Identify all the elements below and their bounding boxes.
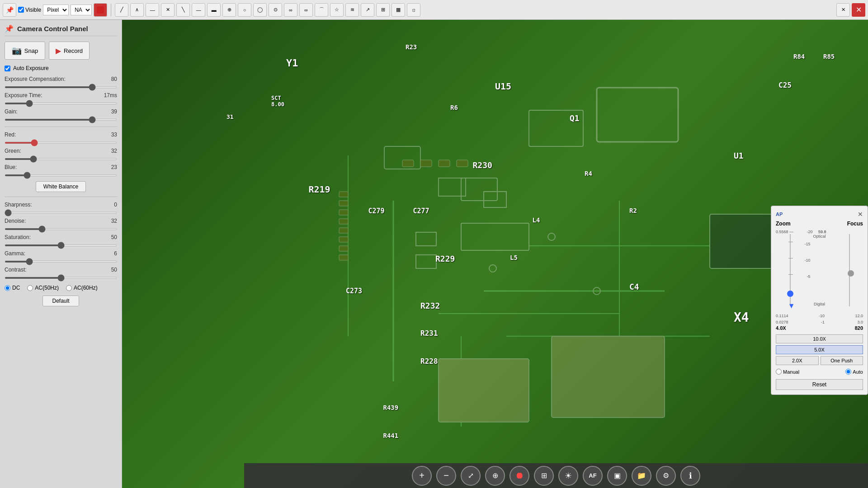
current-vals: 4.0X 820 (776, 325, 863, 331)
ellipse-tool-btn[interactable]: ◯ (253, 3, 267, 17)
svg-rect-17 (461, 178, 497, 201)
tick-label-10: -10 (804, 258, 810, 263)
denoise-slider[interactable] (5, 228, 117, 230)
pin-button[interactable]: 📌 (3, 3, 16, 17)
preset-10x-btn[interactable]: 10.0X (776, 334, 863, 343)
arc-tool-btn[interactable]: ⌒ (315, 3, 328, 17)
chain2-tool-btn[interactable]: ∞ (299, 3, 313, 17)
label-digital: Digital (814, 302, 825, 306)
record-btn[interactable]: ⏺ (509, 466, 529, 486)
preset-2x-btn[interactable]: 2.0X (776, 356, 819, 365)
contrast-slider[interactable] (5, 277, 117, 279)
arrow-tool-btn[interactable]: ↗ (361, 3, 374, 17)
pin-icon[interactable]: 📌 (5, 24, 14, 33)
compare-btn[interactable]: ▣ (607, 466, 627, 486)
settings-btn[interactable]: ⚙ (656, 466, 676, 486)
focus-scale-col (829, 230, 863, 311)
frequency-group: DC AC(50Hz) AC(60Hz) (5, 285, 117, 291)
saturation-slider[interactable] (5, 244, 117, 246)
dc-option[interactable]: DC (5, 285, 20, 291)
blue-slider[interactable] (5, 174, 117, 176)
manual-option[interactable]: Manual (776, 369, 799, 375)
exposure-time-row: Exposure Time: 17ms (5, 92, 117, 106)
chain-tool-btn[interactable]: ∞ (284, 3, 297, 17)
grid-tool-btn[interactable]: ⊞ (376, 3, 390, 17)
na-select[interactable]: NA (71, 5, 92, 15)
wave-tool-btn[interactable]: ≋ (345, 3, 359, 17)
label-optical: Optical (813, 234, 826, 239)
zoom-out-btn[interactable]: − (436, 466, 456, 486)
visible-checkbox[interactable] (18, 7, 24, 13)
tick-label-5: -5 (807, 274, 810, 279)
star-tool-btn[interactable]: ☆ (330, 3, 344, 17)
sharpness-slider[interactable] (5, 212, 117, 214)
diag-tool-btn[interactable]: ╲ (176, 3, 190, 17)
default-button[interactable]: Default (42, 296, 79, 306)
reset-btn[interactable]: Reset (776, 379, 863, 390)
brightness-btn[interactable]: ☀ (558, 466, 578, 486)
record-button[interactable]: ▶ Record (49, 42, 90, 60)
line-h-tool-btn[interactable]: — (146, 3, 159, 17)
af-btn[interactable]: AF (583, 466, 603, 486)
snap-button[interactable]: 📷 Snap (5, 42, 45, 60)
gain-value: 39 (104, 108, 117, 115)
folder-btn[interactable]: 📁 (632, 466, 651, 486)
optical-val: 0.1114 (776, 314, 788, 318)
white-balance-button[interactable]: White Balance (36, 181, 86, 192)
circle-tool-btn[interactable]: ○ (238, 3, 251, 17)
delete-tool-btn[interactable]: ⎅ (407, 3, 420, 17)
pixel-select[interactable]: Pixel (43, 5, 69, 15)
color-picker-btn[interactable] (94, 3, 107, 17)
current-focus: 820 (855, 325, 863, 331)
divider-2 (5, 197, 117, 197)
grid-btn[interactable]: ⊞ (534, 466, 554, 486)
svg-rect-15 (416, 255, 436, 268)
pcb-label-c279: C279 (368, 207, 385, 215)
ac60-radio[interactable] (66, 285, 72, 291)
auto-radio[interactable] (845, 369, 851, 375)
manual-radio[interactable] (776, 369, 782, 375)
ac60-label: AC(60Hz) (74, 285, 98, 291)
zoom-thumb[interactable] (787, 291, 793, 297)
auto-option[interactable]: Auto (845, 369, 863, 375)
focus-thumb[interactable] (848, 270, 854, 277)
table-tool-btn[interactable]: ▦ (392, 3, 405, 17)
pcb-label-31: 31 (226, 113, 234, 120)
ac50-radio[interactable] (27, 285, 33, 291)
close-btn[interactable]: ✕ (852, 3, 865, 17)
line-tool-btn[interactable]: ╱ (115, 3, 128, 17)
pcb-label-r230: R230 (473, 160, 492, 170)
auto-exposure-checkbox[interactable] (5, 66, 10, 71)
info-btn[interactable]: ℹ (680, 466, 700, 486)
cross-tool-btn[interactable]: ✕ (161, 3, 175, 17)
zoom-in-btn[interactable]: + (412, 466, 432, 486)
crosshair-tool-btn[interactable]: ⊕ (222, 3, 236, 17)
green-slider[interactable] (5, 158, 117, 160)
one-push-btn[interactable]: One Push (821, 356, 863, 365)
dash-tool-btn[interactable]: — (192, 3, 205, 17)
svg-rect-32 (552, 336, 665, 418)
fit-btn[interactable]: ⤢ (461, 466, 481, 486)
tick-15 (788, 258, 793, 258)
center-btn[interactable]: ⊕ (485, 466, 505, 486)
gamma-slider[interactable] (5, 261, 117, 263)
bottom-vals-row: 0.0278 -1 3.0 (776, 320, 863, 324)
ac50-option[interactable]: AC(50Hz) (27, 285, 59, 291)
preset-5x-btn[interactable]: 5.0X (776, 345, 863, 354)
red-slider[interactable] (5, 142, 117, 144)
angle-tool-btn[interactable]: ∧ (130, 3, 144, 17)
pcb-label-r85: R85 (823, 53, 835, 60)
record-label: Record (64, 47, 83, 54)
dc-radio[interactable] (5, 285, 10, 291)
exposure-compensation-slider[interactable] (5, 86, 117, 88)
rect-tool-btn[interactable]: ▬ (207, 3, 221, 17)
gain-slider[interactable] (5, 119, 117, 121)
clear-btn[interactable]: ✕ (836, 3, 850, 17)
svg-rect-18 (402, 160, 414, 167)
zoom-panel-close-btn[interactable]: ✕ (858, 211, 863, 218)
pcb-label-r219: R219 (309, 184, 330, 195)
exposure-compensation-label: Exposure Compensation: (5, 76, 66, 82)
exposure-time-slider[interactable] (5, 103, 117, 104)
ac60-option[interactable]: AC(60Hz) (66, 285, 98, 291)
target-tool-btn[interactable]: ⊙ (269, 3, 282, 17)
